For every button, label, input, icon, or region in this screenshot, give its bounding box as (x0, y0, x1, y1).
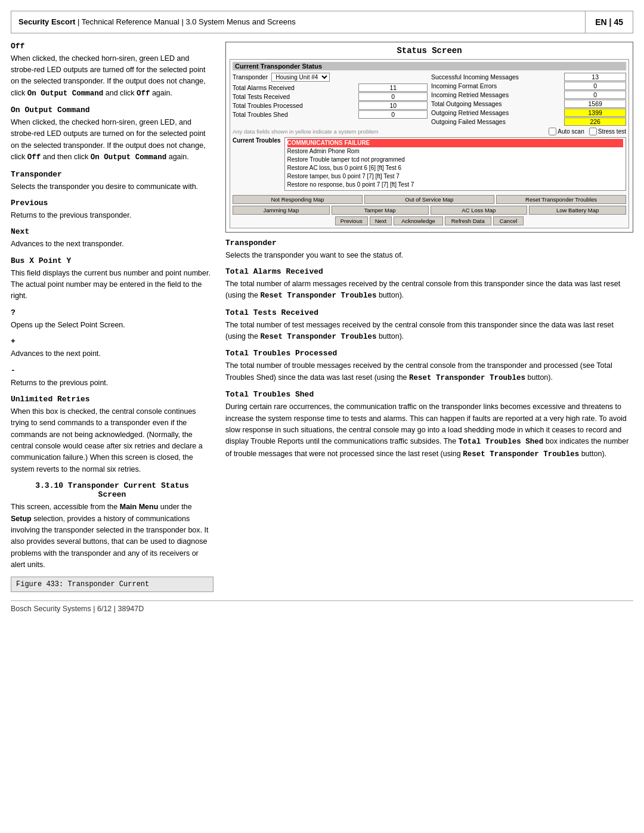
status-button-row-2: Jamming Map Tamper Map AC Loss Map Low B… (233, 206, 626, 215)
section-heading-next: Next (11, 227, 213, 236)
section-transponder-text: Selects the transponder you desire to co… (11, 181, 213, 193)
stress-test-checkbox-label: Stress test (589, 128, 626, 135)
main-content: Off When clicked, the checked horn-siren… (11, 42, 633, 593)
section-heading-bus-x-point-y: Bus X Point Y (11, 256, 213, 265)
incoming-format-val: 0 (564, 82, 626, 90)
current-troubles-label: Current Troubles (233, 137, 281, 144)
total-alarms-val: 11 (358, 83, 428, 92)
section-question-text: Opens up the Select Point Screen. (11, 320, 213, 331)
page-footer: Bosch Security Systems | 6/12 | 38947D (11, 600, 633, 617)
section-bus-x-text: This field displays the current bus numb… (11, 268, 213, 302)
trouble-item-0: COMMUNICATIONS FAILURE (287, 139, 623, 147)
outgoing-retried-val: 1399 (564, 109, 626, 117)
section-heading-question: ? (11, 308, 213, 317)
auto-scan-checkbox[interactable] (549, 128, 556, 135)
footer-text: Bosch Security Systems | 6/12 | 38947D (11, 605, 144, 613)
out-of-service-map-button[interactable]: Out of Service Map (364, 195, 494, 204)
total-outgoing-val: 1569 (564, 100, 626, 108)
section-unlimited-retries-text: When this box is checked, the central co… (11, 406, 213, 475)
incoming-format-errors-label: Incoming Format Errors (431, 82, 562, 89)
outgoing-failed-label: Outgoing Failed Messages (431, 118, 562, 125)
section-off-text: When clicked, the checked horn-siren, gr… (11, 53, 213, 100)
section-next-text: Advances to the next transponder. (11, 239, 213, 250)
cancel-button[interactable]: Cancel (493, 216, 524, 225)
section-heading-off: Off (11, 42, 213, 51)
trouble-item-1: Restore Admin Phone Rom (287, 147, 623, 156)
section-heading-unlimited-retries: Unlimited Retries (11, 395, 213, 404)
next-button[interactable]: Next (370, 216, 392, 225)
troubles-area: COMMUNICATIONS FAILURE Restore Admin Pho… (284, 137, 626, 191)
section-heading-transponder: Transponder (11, 170, 213, 179)
reset-transponder-troubles-button[interactable]: Reset Transponder Troubles (496, 195, 626, 204)
refresh-data-button[interactable]: Refresh Data (445, 216, 491, 225)
auto-scan-checkbox-label: Auto scan (549, 128, 584, 135)
trouble-item-2: Restore Trouble tamper tcd not programme… (287, 156, 623, 164)
header-product-name: Security Escort (18, 17, 75, 26)
outgoing-retried-label: Outgoing Retried Messages (431, 109, 562, 116)
transponder-row: Transponder Housing Unit #4 (233, 73, 428, 82)
right-total-tests-text: The total number of test messages receiv… (225, 320, 633, 343)
total-tests-label: Total Tests Received (233, 93, 355, 100)
status-inner-title: Current Transponder Status (233, 62, 626, 70)
section-previous-text: Returns to the previous transponder. (11, 210, 213, 221)
trouble-item-3: Restore AC loss, bus 0 point 6 [6] [ft] … (287, 164, 623, 172)
trouble-item-4: Restore tamper, bus 0 point 7 [7] [ft] T… (287, 172, 623, 181)
status-screen-title: Status Screen (230, 46, 629, 55)
right-total-alarms-text: The total number of alarm messages recei… (225, 278, 633, 302)
successful-incoming-val: 13 (564, 73, 626, 81)
auto-scan-label: Auto scan (558, 128, 584, 135)
status-nav-row: Previous Next Acknowledge Refresh Data C… (233, 216, 626, 225)
section-minus-text: Returns to the previous point. (11, 377, 213, 389)
acknowledge-button[interactable]: Acknowledge (394, 216, 443, 225)
stress-test-checkbox[interactable] (589, 128, 597, 135)
section-3310: 3.3.10 Transponder Current StatusScreen … (11, 481, 213, 571)
low-battery-map-button[interactable]: Low Battery Map (529, 206, 626, 215)
yellow-note: Any data fields shown in yellow indicate… (233, 128, 378, 135)
section-on-output-text: When clicked, the checked horn-siren, gr… (11, 117, 213, 164)
tamper-map-button[interactable]: Tamper Map (332, 206, 429, 215)
transponder-label: Transponder (233, 73, 268, 80)
not-responding-map-button[interactable]: Not Responding Map (233, 195, 363, 204)
section-heading-previous: Previous (11, 199, 213, 208)
section-3310-text: This screen, accessible from the Main Me… (11, 501, 213, 571)
status-screen-box: Status Screen Current Transponder Status… (225, 42, 633, 233)
status-button-row-1: Not Responding Map Out of Service Map Re… (233, 195, 626, 204)
header-page-info: EN | 45 (585, 11, 633, 33)
section-3310-heading: 3.3.10 Transponder Current StatusScreen (11, 481, 213, 499)
right-heading-total-troubles-processed: Total Troubles Processed (225, 349, 633, 358)
total-troubles-processed-label-left: Total Troubles Processed (233, 102, 355, 109)
section-heading-plus: + (11, 337, 213, 346)
trouble-item-5: Restore no response, bus 0 point 7 [7] [… (287, 181, 623, 189)
previous-button[interactable]: Previous (335, 216, 368, 225)
jamming-map-button[interactable]: Jamming Map (233, 206, 330, 215)
total-troubles-shed-val-left: 0 (358, 110, 428, 119)
page-header: Security Escort | Technical Reference Ma… (11, 11, 633, 33)
incoming-retried-val: 0 (564, 91, 626, 99)
section-plus-text: Advances to the next point. (11, 348, 213, 360)
left-column: Off When clicked, the checked horn-siren… (11, 42, 213, 593)
successful-incoming-label: Successful Incoming Messages (431, 73, 562, 80)
outgoing-failed-val: 226 (564, 117, 626, 126)
right-total-troubles-processed-text: The total number of trouble messages rec… (225, 360, 633, 384)
section-heading-minus: - (11, 366, 213, 375)
right-heading-total-alarms: Total Alarms Received (225, 267, 633, 276)
right-heading-transponder: Transponder (225, 239, 633, 247)
stress-test-label: Stress test (598, 128, 626, 135)
section-heading-on-output-command: On Output Command (11, 106, 213, 114)
total-outgoing-label: Total Outgoing Messages (431, 100, 562, 107)
figure-caption: Figure 433: Transponder Current (11, 577, 213, 592)
header-title-rest: | Technical Reference Manual | 3.0 Syste… (75, 17, 295, 26)
total-troubles-shed-label-left: Total Troubles Shed (233, 111, 355, 118)
transponder-select[interactable]: Housing Unit #4 (271, 73, 330, 82)
incoming-retried-label: Incoming Retried Messages (431, 91, 562, 98)
right-total-troubles-shed-text: During certain rare occurrences, the com… (225, 401, 633, 460)
right-transponder-text: Selects the transponder you want to see … (225, 250, 633, 261)
right-column: Status Screen Current Transponder Status… (225, 42, 633, 593)
header-title: Security Escort | Technical Reference Ma… (11, 11, 303, 33)
total-troubles-processed-val-left: 10 (358, 101, 428, 110)
right-heading-total-troubles-shed: Total Troubles Shed (225, 390, 633, 399)
ac-loss-map-button[interactable]: AC Loss Map (431, 206, 528, 215)
status-inner-panel: Current Transponder Status Transponder H… (230, 59, 629, 228)
total-alarms-label: Total Alarms Received (233, 84, 355, 91)
right-heading-total-tests: Total Tests Received (225, 308, 633, 317)
